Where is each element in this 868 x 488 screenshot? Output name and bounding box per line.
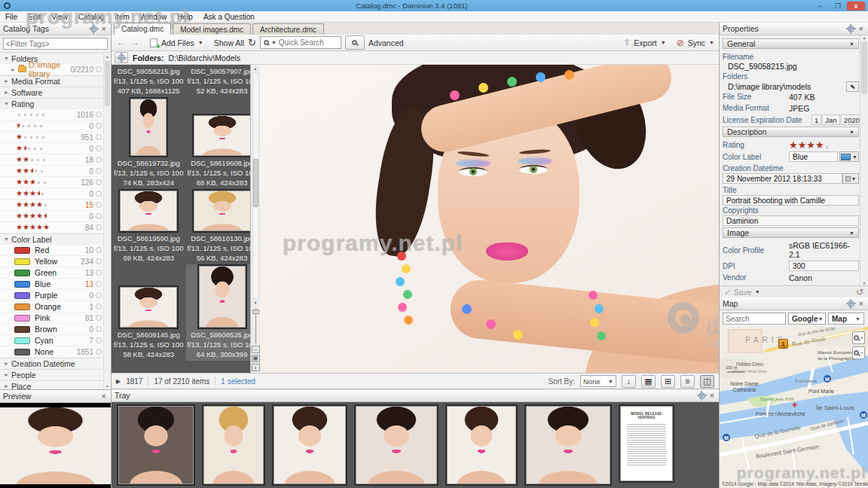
expand-icon[interactable]: ▼ — [4, 236, 11, 242]
color-label-input[interactable]: Blue — [789, 151, 838, 162]
dpi-input[interactable]: 300 — [789, 261, 859, 271]
thumbnail-view-button[interactable]: ▦ — [641, 375, 656, 388]
tag-filter-circle[interactable] — [96, 123, 102, 129]
menu-item-item[interactable]: Item — [109, 13, 134, 21]
browser-item[interactable]: DSC_58619732.jpgf/13, 1/125 s, ISO 10074… — [113, 97, 184, 189]
color-label-row-orange[interactable]: Orange1 — [0, 301, 103, 313]
tag-filter-circle[interactable] — [96, 247, 102, 253]
license-month[interactable]: Jan — [822, 114, 839, 125]
menu-item-file[interactable]: File — [0, 13, 23, 21]
map-provider-select[interactable]: Google▼ — [788, 313, 826, 325]
collapsed-icon[interactable]: ► — [4, 372, 11, 377]
forward-button[interactable]: → — [130, 38, 139, 47]
thumbnail-image[interactable] — [194, 191, 250, 231]
menu-item-catalog[interactable]: Catalog — [73, 13, 109, 21]
image-viewer[interactable]: daminion® Multi-user Media Management pr… — [260, 65, 719, 373]
rating-row[interactable]: 1016 — [0, 109, 103, 120]
scroll-down-icon[interactable]: ▼ — [863, 281, 866, 285]
quick-search-box[interactable]: ▼ — [260, 36, 341, 49]
close-icon[interactable]: × — [100, 392, 108, 401]
map-canvas[interactable]: PARIS Rue de Rivoli Rue du Roi de Sicile… — [720, 327, 868, 488]
tag-filter-circle[interactable] — [96, 145, 102, 151]
tag-filter-circle[interactable] — [96, 281, 102, 287]
properties-scrollbar[interactable]: ▲ ▼ — [860, 35, 868, 285]
view-settings-button[interactable] — [115, 52, 128, 63]
preview-image[interactable] — [0, 403, 111, 488]
browser-item[interactable]: DSC_58608526.jpgf/13, 1/125 s, ISO 10064… — [186, 264, 250, 361]
goto-folder-button[interactable]: ⬉ — [846, 81, 859, 92]
browser-scrollbar[interactable]: ▲ ▼ − ▦ i — [250, 65, 260, 373]
expand-icon[interactable]: ▼ — [4, 56, 11, 61]
menu-item-window[interactable]: Window — [135, 13, 173, 21]
collapsed-icon[interactable]: ► — [4, 90, 11, 95]
tag-filter-circle[interactable] — [96, 349, 102, 355]
map-search-input[interactable] — [723, 313, 786, 325]
tags-section-creation-datetime[interactable]: ►Creation Datetime — [0, 358, 103, 369]
color-label-row-green[interactable]: Green13 — [0, 267, 103, 279]
browser-item[interactable]: DSC_58610130.jpgf/13, 1/125 s, ISO 10056… — [186, 189, 250, 264]
sort-by-select[interactable]: None ▼ — [580, 375, 616, 387]
tray-document-thumbnail[interactable]: MODEL RELEASE VERTRAG — [620, 406, 673, 481]
tag-filter-circle[interactable] — [96, 168, 102, 174]
tags-section-color-label[interactable]: ▼ Color Label — [0, 233, 103, 245]
rating-stars[interactable]: ★★★★ — [789, 141, 830, 150]
selected-count[interactable]: 1 selected — [221, 377, 255, 386]
chevron-down-icon[interactable]: ▼ — [709, 40, 714, 45]
rating-row[interactable]: ★★★★0 — [0, 188, 103, 200]
tag-filter-circle[interactable] — [96, 315, 102, 321]
folders-value[interactable]: D:\image library\models — [723, 82, 811, 92]
chevron-down-icon[interactable]: ▼ — [198, 40, 203, 45]
table-view-button[interactable]: ⊞ — [661, 375, 675, 388]
creation-datetime-input[interactable]: 29 November 2012 18:13:33 — [723, 173, 842, 184]
rating-row[interactable]: ★★★★★84 — [0, 222, 103, 233]
close-icon[interactable]: × — [857, 24, 865, 33]
menu-item-ask-a-question[interactable]: Ask a Question — [198, 13, 260, 21]
rating-row[interactable]: ★★★★★0 — [0, 211, 103, 222]
title-input[interactable]: Portrait Shooting with Camille — [723, 195, 859, 206]
tags-section-people[interactable]: ►People — [0, 369, 103, 380]
menu-item-help[interactable]: Help — [172, 13, 198, 21]
tag-filter-circle[interactable] — [96, 292, 102, 298]
collapsed-icon[interactable]: ► — [4, 78, 11, 84]
tray-thumbnail[interactable] — [356, 406, 437, 484]
tags-section-place[interactable]: ►Place — [0, 380, 103, 389]
tag-filter-circle[interactable] — [96, 157, 102, 163]
expand-icon[interactable]: ▼ — [4, 101, 11, 106]
thumbnail-image[interactable] — [120, 287, 177, 328]
add-files-button[interactable]: Add Files — [161, 38, 194, 47]
tab-model-images-dmc[interactable]: Model images.dmc — [173, 23, 251, 35]
tray-thumbnail[interactable] — [203, 406, 264, 484]
thumbnail-image[interactable] — [130, 99, 167, 156]
thumbnail-image[interactable] — [120, 191, 177, 231]
tag-filter-circle[interactable] — [96, 191, 102, 197]
maximize-button[interactable]: ❐ — [829, 2, 847, 11]
back-button[interactable]: ← — [116, 38, 126, 47]
section-image[interactable]: Image▼ — [723, 227, 859, 238]
tags-section-media-format[interactable]: ►Media Format — [0, 75, 103, 87]
section-general[interactable]: General▼ — [723, 38, 859, 49]
color-label-row-brown[interactable]: Brown0 — [0, 324, 103, 335]
tab-catalog-dmc[interactable]: Catalog.dmc — [114, 23, 171, 35]
collapsed-icon[interactable]: ► — [4, 361, 11, 366]
map-zoom-in-button[interactable]: + — [852, 331, 865, 344]
browser-item[interactable]: DSC_58609145.jpgf/13, 1/125 s, ISO 10058… — [113, 264, 184, 361]
rating-row[interactable]: ★★0 — [0, 143, 103, 154]
color-label-row-yellow[interactable]: Yellow234 — [0, 256, 103, 267]
chevron-down-icon[interactable]: ▼ — [755, 289, 760, 294]
menu-item-edit[interactable]: Edit — [23, 13, 46, 21]
color-label-row-cyan[interactable]: Cyan7 — [0, 335, 103, 346]
sync-button[interactable]: Sync — [688, 38, 705, 47]
folder-item[interactable]: ► D:\image library 0/2210 — [0, 64, 103, 75]
calendar-button[interactable]: ▼ — [842, 173, 859, 184]
show-all-button[interactable]: Show All — [214, 38, 244, 47]
rating-row[interactable]: ★★18 — [0, 154, 103, 166]
tray-thumbnail[interactable] — [118, 406, 194, 484]
license-day[interactable]: 1 — [811, 114, 821, 125]
tab-architecture-dmc[interactable]: Architecture.dmc — [252, 23, 324, 35]
close-icon[interactable]: × — [708, 391, 716, 400]
thumbnail-image[interactable] — [199, 266, 246, 328]
color-label-row-pink[interactable]: Pink81 — [0, 313, 103, 324]
expand-icon[interactable]: ► — [11, 67, 18, 72]
scroll-up-icon[interactable]: ▲ — [254, 65, 258, 72]
map-zoom-out-button[interactable]: − — [852, 346, 865, 359]
